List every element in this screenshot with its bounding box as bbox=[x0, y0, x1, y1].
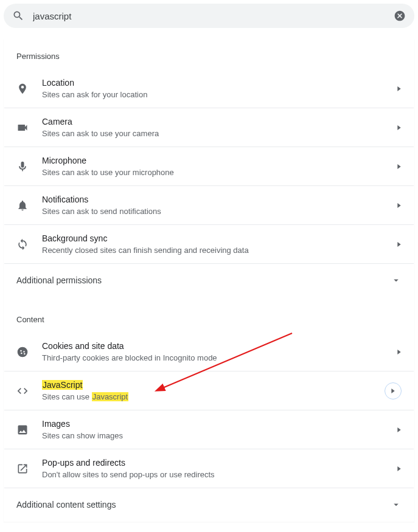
content-section-title: Content bbox=[4, 297, 414, 333]
cookies-sub: Third-party cookies are blocked in Incog… bbox=[42, 353, 397, 362]
chevron-right-icon bbox=[397, 86, 402, 91]
clear-search-button[interactable] bbox=[394, 10, 406, 22]
popups-sub: Don't allow sites to send pop-ups or use… bbox=[42, 470, 397, 479]
javascript-arrow-highlight bbox=[385, 382, 402, 399]
additional-content-row[interactable]: Additional content settings bbox=[4, 488, 414, 521]
microphone-label: Microphone bbox=[42, 156, 397, 165]
bgsync-label: Background sync bbox=[42, 233, 397, 243]
camera-row[interactable]: Camera Sites can ask to use your camera bbox=[4, 108, 414, 147]
notifications-row[interactable]: Notifications Sites can ask to send noti… bbox=[4, 186, 414, 225]
chevron-down-icon bbox=[391, 499, 402, 510]
additional-permissions-row[interactable]: Additional permissions bbox=[4, 264, 414, 297]
popups-row[interactable]: Pop-ups and redirects Don't allow sites … bbox=[4, 449, 414, 488]
chevron-down-icon bbox=[391, 275, 402, 286]
settings-panel: Permissions Location Sites can ask for y… bbox=[4, 39, 414, 522]
bgsync-sub: Recently closed sites can finish sending… bbox=[42, 246, 397, 255]
permissions-section-title: Permissions bbox=[4, 40, 414, 69]
location-label: Location bbox=[42, 78, 397, 88]
sync-icon bbox=[16, 238, 29, 250]
images-sub: Sites can show images bbox=[42, 431, 397, 440]
chevron-right-icon bbox=[397, 203, 402, 208]
popups-label: Pop-ups and redirects bbox=[42, 458, 397, 468]
camera-sub: Sites can ask to use your camera bbox=[42, 129, 397, 138]
chevron-right-icon bbox=[397, 125, 402, 130]
search-input[interactable] bbox=[33, 11, 385, 21]
notifications-label: Notifications bbox=[42, 195, 397, 204]
cookies-label: Cookies and site data bbox=[42, 341, 397, 351]
chevron-right-icon bbox=[397, 466, 402, 471]
image-icon bbox=[16, 424, 29, 436]
location-row[interactable]: Location Sites can ask for your location bbox=[4, 69, 414, 108]
camera-label: Camera bbox=[42, 117, 397, 126]
additional-content-label: Additional content settings bbox=[16, 500, 391, 510]
bell-icon bbox=[16, 199, 29, 212]
chevron-right-icon bbox=[397, 427, 402, 432]
chevron-right-icon bbox=[397, 350, 402, 354]
popup-icon bbox=[16, 463, 29, 475]
cookies-row[interactable]: Cookies and site data Third-party cookie… bbox=[4, 333, 414, 371]
javascript-row[interactable]: JavaScript Sites can use Javascript bbox=[4, 371, 414, 410]
images-row[interactable]: Images Sites can show images bbox=[4, 410, 414, 449]
chevron-right-icon bbox=[397, 164, 402, 169]
search-icon bbox=[12, 10, 24, 22]
microphone-icon bbox=[16, 161, 29, 173]
search-bar bbox=[4, 4, 414, 28]
javascript-label: JavaScript bbox=[42, 380, 385, 390]
location-sub: Sites can ask for your location bbox=[42, 90, 397, 99]
cookie-icon bbox=[16, 346, 29, 358]
background-sync-row[interactable]: Background sync Recently closed sites ca… bbox=[4, 225, 414, 264]
images-label: Images bbox=[42, 419, 397, 429]
code-icon bbox=[16, 385, 29, 397]
additional-permissions-label: Additional permissions bbox=[16, 275, 391, 285]
camera-icon bbox=[16, 122, 29, 134]
javascript-sub: Sites can use Javascript bbox=[42, 392, 385, 401]
location-icon bbox=[16, 83, 29, 95]
chevron-right-icon bbox=[397, 242, 402, 247]
chevron-right-icon bbox=[391, 389, 395, 393]
notifications-sub: Sites can ask to send notifications bbox=[42, 207, 397, 216]
microphone-row[interactable]: Microphone Sites can ask to use your mic… bbox=[4, 147, 414, 186]
microphone-sub: Sites can ask to use your microphone bbox=[42, 168, 397, 177]
